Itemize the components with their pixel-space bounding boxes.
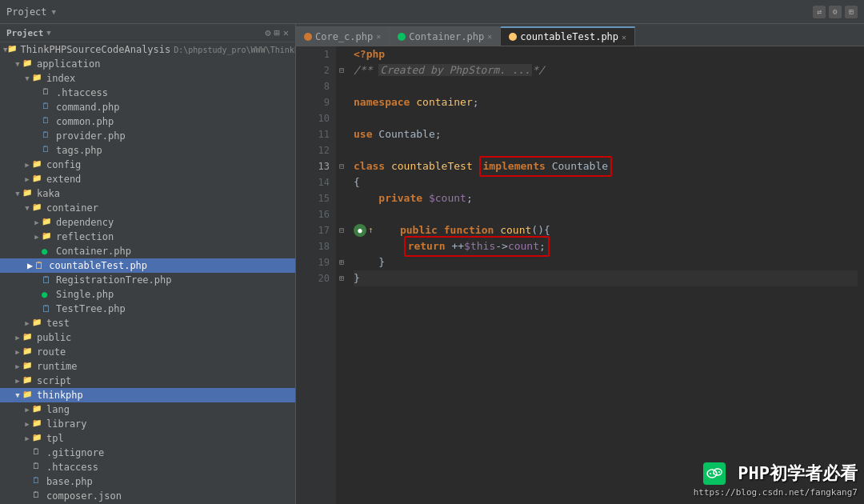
close-sidebar-icon[interactable]: ✕ [283, 27, 289, 38]
tree-label-runtime: runtime [37, 361, 78, 372]
tree-label-container-php: Container.php [56, 246, 131, 257]
code-line-19: } [354, 254, 858, 270]
tab-close-countable[interactable]: ✕ [622, 33, 626, 42]
token-space5 [546, 158, 552, 174]
tree-item-base[interactable]: 🗒 base.php [0, 474, 295, 489]
token-brace-open: { [354, 174, 360, 190]
tree-item-reflection[interactable]: 📁 reflection [0, 230, 295, 244]
project-label[interactable]: Project [6, 6, 47, 18]
tree-item-application[interactable]: 📁 application [0, 57, 295, 71]
sidebar: Project ▼ ⚙ ⊞ ✕ 📁 ThinkPHPSourceCodeAnal… [0, 24, 296, 504]
tree-item-command[interactable]: 🗒 command.php [0, 100, 295, 114]
code-line-20: } [354, 270, 858, 286]
tree-item-library[interactable]: 📁 library [0, 417, 295, 431]
sync-icon[interactable]: ⇄ [813, 6, 826, 18]
code-line-10 [354, 110, 858, 126]
fold-20[interactable] [336, 270, 347, 286]
fold-10 [336, 110, 347, 126]
tree-item-thinkphp[interactable]: 📁 thinkphp [0, 388, 295, 402]
tab-bar: Core_c.php ✕ Container.php ✕ countableTe… [296, 24, 864, 46]
tree-item-script[interactable]: 📁 script [0, 374, 295, 388]
tree-item-countable[interactable]: ▶ 🗒 countableTest.php [0, 258, 295, 273]
tree-item-kaka[interactable]: 📁 kaka [0, 186, 295, 201]
line-num-14: 14 [302, 174, 330, 190]
tree-item-root[interactable]: 📁 ThinkPHPSourceCodeAnalysis D:\phpstudy… [0, 42, 295, 57]
token-private-kw: private [378, 190, 422, 206]
tree-item-htaccess2[interactable]: 🗒 .htaccess [0, 460, 295, 474]
tab-container[interactable]: Container.php ✕ [390, 26, 501, 46]
project-path: D:\phpstudy_pro\WWW\ThinkPHP [170, 46, 296, 54]
tree-item-composer[interactable]: 🗒 composer.json [0, 489, 295, 503]
tree-item-test[interactable]: 📁 test [0, 316, 295, 330]
tree-item-common[interactable]: 🗒 common.php [0, 114, 295, 129]
tree-item-lang[interactable]: 📁 lang [0, 402, 295, 417]
fold-2[interactable] [336, 62, 347, 78]
fold-18 [336, 238, 347, 254]
file-icon-composer: 🗒 [32, 490, 43, 502]
dropdown-icon[interactable]: ▼ [52, 8, 56, 16]
file-icon-common: 🗒 [42, 116, 53, 127]
tree-item-config[interactable]: 📁 config [0, 158, 295, 172]
tab-icon-core-c [304, 33, 312, 41]
tab-close-container[interactable]: ✕ [487, 32, 492, 41]
code-content[interactable]: <?php /** Created by PhpStorm. ...*/ nam… [347, 46, 864, 504]
tree-item-extend[interactable]: 📁 extend [0, 172, 295, 186]
tree-item-container[interactable]: 📁 container [0, 201, 295, 215]
tree-item-container-php[interactable]: ● Container.php [0, 244, 295, 258]
tree-label-public: public [37, 332, 71, 343]
folder-icon-application: 📁 [22, 58, 34, 70]
tree-item-htaccess1[interactable]: 🗒 .htaccess [0, 86, 295, 100]
tab-icon-container [398, 33, 406, 41]
top-bar: Project ▼ ⇄ ⚙ ⊞ [0, 0, 864, 24]
tree-label-base: base.php [46, 476, 93, 487]
file-icon-gitignore: 🗒 [32, 447, 43, 458]
token-count2: count [508, 238, 539, 254]
settings-icon[interactable]: ⚙ [829, 6, 842, 18]
token-this: $this [464, 238, 495, 254]
svg-point-2 [710, 473, 711, 474]
arrow-test [22, 319, 32, 327]
sidebar-dropdown[interactable]: ▼ [46, 29, 50, 37]
tree-label-config: config [46, 159, 81, 170]
token-semicolon3: ; [466, 190, 473, 206]
tree-item-provider[interactable]: 🗒 provider.php [0, 129, 295, 143]
fold-icon-2[interactable] [339, 62, 344, 78]
fold-12 [336, 142, 347, 158]
tree-label-common: common.php [56, 116, 114, 127]
fold-17[interactable] [336, 222, 347, 238]
fold-19[interactable] [336, 254, 347, 270]
tree-item-runtime[interactable]: 📁 runtime [0, 359, 295, 374]
tree-label-library: library [46, 418, 87, 430]
tree-item-route[interactable]: 📁 route [0, 345, 295, 359]
token-indent4 [354, 254, 378, 270]
fold-icon-13[interactable] [339, 158, 344, 174]
tree-item-tags[interactable]: 🗒 tags.php [0, 143, 295, 158]
fold-13[interactable] [336, 158, 347, 174]
fold-8 [336, 78, 347, 94]
fold-icon-17[interactable] [339, 222, 344, 238]
tab-countable[interactable]: countableTest.php ✕ [501, 26, 635, 46]
fold-icon-19[interactable] [339, 254, 344, 270]
tree-item-single[interactable]: ● Single.php [0, 287, 295, 302]
tree-label-script: script [37, 375, 71, 386]
code-area: 1 2 8 9 10 11 12 13 14 15 16 17 18 19 20 [296, 46, 864, 504]
code-line-9: namespace container ; [354, 94, 858, 110]
tree-item-dependency[interactable]: 📁 dependency [0, 215, 295, 230]
fold-icon-20[interactable] [339, 270, 344, 286]
tree-item-testtree[interactable]: 🗒 TestTree.php [0, 302, 295, 316]
gear-icon[interactable]: ⚙ [265, 27, 270, 38]
tab-close-core-c[interactable]: ✕ [376, 32, 381, 41]
layout-icon[interactable]: ⊞ [274, 27, 280, 38]
tree-label-lang: lang [46, 404, 70, 415]
code-line-13: class countableTest implements Countable [354, 158, 858, 174]
code-line-2: /** Created by PhpStorm. ...*/ [354, 62, 858, 78]
line-num-11: 11 [302, 126, 330, 142]
tree-item-registration[interactable]: 🗒 RegistrationTree.php [0, 273, 295, 287]
tree-item-index[interactable]: 📁 index [0, 71, 295, 86]
tree-item-gitignore[interactable]: 🗒 .gitignore [0, 446, 295, 460]
tree-item-tpl[interactable]: 📁 tpl [0, 431, 295, 446]
layout-icon[interactable]: ⊞ [845, 6, 858, 18]
token-semicolon2: ; [435, 126, 442, 142]
tab-core-c[interactable]: Core_c.php ✕ [296, 26, 390, 46]
tree-item-public[interactable]: 📁 public [0, 330, 295, 345]
